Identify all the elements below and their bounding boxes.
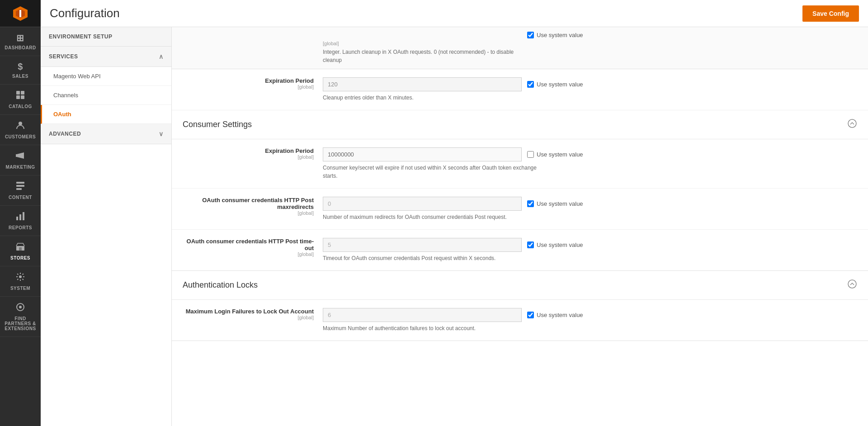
oauth-timeout-hint: Timeout for OAuth consumer credentials P… [323,254,549,262]
oauth-maxredirects-hint: Number of maximum redirects for OAuth co… [323,213,549,221]
consumer-expiration-label: Expiration Period [global] [183,147,323,160]
consumer-expiration-checkbox[interactable] [527,151,534,158]
svg-rect-13 [19,214,21,220]
consumer-expiration-checkbox-label[interactable]: Use system value [527,151,583,158]
consumer-settings-toggle-icon[interactable] [847,118,857,131]
svg-rect-11 [16,188,22,190]
sidebar-item-reports-label: REPORTS [9,225,32,230]
sidebar-item-marketing-label: MARKETING [5,165,35,170]
svg-rect-14 [23,212,24,220]
advanced-chevron-icon: ∨ [159,130,164,137]
oauth-timeout-row: OAuth consumer credentials HTTP Post tim… [172,230,868,270]
svg-rect-12 [16,217,18,220]
sidebar-item-stores[interactable]: STORES [0,236,41,266]
services-section-label: SERVICES [49,53,78,60]
sidebar-logo [0,0,41,27]
system-icon [15,272,25,284]
sales-icon: $ [18,62,23,72]
oauth-maxredirects-checkbox-label[interactable]: Use system value [527,200,583,207]
consumer-expiration-row: Expiration Period [global] Use system va… [172,139,868,189]
svg-point-19 [19,306,22,308]
oauth-timeout-input[interactable] [323,238,522,252]
marketing-icon [15,151,25,163]
extensions-icon [15,302,25,314]
expiration-period-top-row: Expiration Period [global] Use system va… [172,69,868,110]
max-login-failures-checkbox[interactable] [527,312,534,318]
top-partial-row: Use system value [global] Integer. Launc… [172,27,868,69]
max-login-failures-checkbox-label[interactable]: Use system value [527,312,583,318]
oauth-timeout-control: Use system value Timeout for OAuth consu… [323,238,857,262]
sidebar-item-sales[interactable]: $ SALES [0,56,41,85]
oauth-maxredirects-input[interactable] [323,197,522,211]
max-login-failures-control: Use system value Maximum Number of authe… [323,308,857,332]
page-title: Configuration [50,6,120,20]
reports-icon [15,211,25,223]
svg-rect-5 [16,95,20,99]
oauth-maxredirects-label: OAuth consumer credentials HTTP Post max… [183,197,323,216]
expiration-period-top-checkbox[interactable] [527,81,534,88]
max-login-failures-hint: Maximum Number of authentication failure… [323,324,549,332]
content-area: ENVIRONMENT SETUP SERVICES ∧ Magento Web… [41,27,868,426]
catalog-icon [15,90,25,102]
max-login-failures-row: Maximum Login Failures to Lock Out Accou… [172,300,868,341]
sidebar-item-dashboard[interactable]: ⊞ DASHBOARD [0,27,41,56]
consumer-settings-title: Consumer Settings [183,120,252,129]
consumer-expiration-input[interactable] [323,147,522,161]
oauth-maxredirects-checkbox[interactable] [527,200,534,207]
top-hint-text: Integer. Launch cleanup in X OAuth reque… [323,48,522,64]
nav-item-magento-web-api[interactable]: Magento Web API [41,67,171,86]
sidebar-item-content[interactable]: CONTENT [0,175,41,206]
sidebar-item-catalog[interactable]: CATALOG [0,85,41,115]
max-login-failures-label: Maximum Login Failures to Lock Out Accou… [183,308,323,320]
sidebar-item-extensions-label: FIND PARTNERS & EXTENSIONS [2,316,38,331]
sidebar-item-system-label: SYSTEM [10,286,30,291]
oauth-maxredirects-row: OAuth consumer credentials HTTP Post max… [172,189,868,230]
stores-icon [15,241,25,254]
nav-item-oauth[interactable]: OAuth [41,105,171,124]
dashboard-icon: ⊞ [16,33,24,43]
services-chevron-icon: ∧ [159,53,164,60]
svg-point-7 [19,122,22,125]
services-section-header[interactable]: SERVICES ∧ [41,47,171,67]
save-config-button[interactable]: Save Config [802,5,859,22]
sidebar-item-marketing[interactable]: MARKETING [0,145,41,175]
authentication-locks-title: Authentication Locks [183,280,258,290]
top-use-system-checkbox-label[interactable]: Use system value [527,32,583,38]
expiration-period-top-input[interactable] [323,77,522,91]
expiration-period-top-checkbox-label[interactable]: Use system value [527,81,583,88]
advanced-section-header[interactable]: ADVANCED ∨ [41,124,171,144]
expiration-period-top-hint: Cleanup entries older than X minutes. [323,94,549,102]
consumer-expiration-hint: Consumer key/secret will expire if not u… [323,164,549,180]
sidebar-item-system[interactable]: SYSTEM [0,266,41,297]
svg-point-20 [848,119,856,128]
environment-setup-header: ENVIRONMENT SETUP [41,27,171,47]
sidebar-item-extensions[interactable]: FIND PARTNERS & EXTENSIONS [0,297,41,337]
max-login-failures-input[interactable] [323,308,522,322]
consumer-settings-title-bar: Consumer Settings [172,110,868,139]
advanced-section-label: ADVANCED [49,131,81,137]
authentication-locks-toggle-icon[interactable] [847,279,857,291]
top-use-system-checkbox[interactable] [527,32,534,38]
sidebar-item-dashboard-label: DASHBOARD [5,45,36,50]
expiration-period-top-label: Expiration Period [global] [183,77,323,90]
oauth-timeout-label: OAuth consumer credentials HTTP Post tim… [183,238,323,257]
top-scope-label: [global] [323,41,522,46]
customers-icon [15,120,25,133]
oauth-timeout-checkbox[interactable] [527,241,534,248]
consumer-expiration-control: Use system value Consumer key/secret wil… [323,147,857,180]
oauth-maxredirects-control: Use system value Number of maximum redir… [323,197,857,221]
authentication-locks-section: Authentication Locks Maximum Login Failu… [172,271,868,341]
svg-rect-10 [16,185,24,187]
svg-rect-4 [21,91,24,95]
svg-rect-3 [16,91,20,95]
nav-item-channels[interactable]: Channels [41,86,171,105]
oauth-timeout-checkbox-label[interactable]: Use system value [527,241,583,248]
svg-rect-2 [19,10,21,17]
left-nav-panel: ENVIRONMENT SETUP SERVICES ∧ Magento Web… [41,27,172,426]
sidebar-item-customers[interactable]: CUSTOMERS [0,115,41,145]
svg-point-17 [19,275,22,278]
right-config-panel: Use system value [global] Integer. Launc… [172,27,868,426]
sidebar-item-reports[interactable]: REPORTS [0,206,41,236]
sidebar-item-customers-label: CUSTOMERS [5,134,36,139]
svg-rect-16 [19,247,22,251]
